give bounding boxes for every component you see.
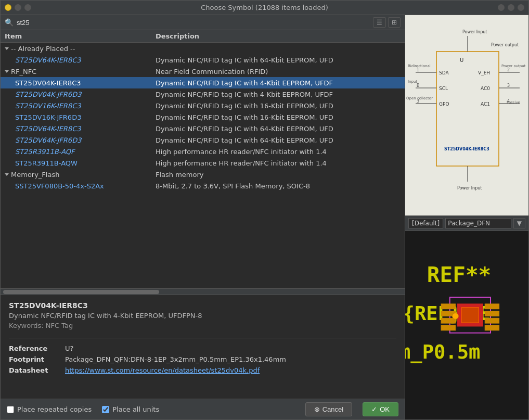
- place-all-units-checkbox[interactable]: [102, 406, 109, 413]
- svg-rect-37: [441, 304, 455, 309]
- table-row-st25dv16k-jfr6d3[interactable]: ST25DV16K-JFR6D3 Dynamic NFC/RFID tag IC…: [1, 111, 405, 123]
- category-memory-flash[interactable]: Memory_Flash Flash memory: [1, 169, 405, 180]
- item-sst25vf080b-desc: 8-Mbit, 2.7 to 3.6V, SPI Flash Memory, S…: [156, 182, 401, 190]
- detail-description: Dynamic NFC/RFID tag IC with 4-Kbit EEPR…: [9, 312, 396, 320]
- symbol-preview: SDA SCL GPO V_EH AC0 AC1 Power Input: [405, 15, 528, 215]
- item-st25dv64k-ier8c3-placed: ST25DV64K-IER8C3: [5, 56, 156, 64]
- expand-rf-nfc-icon: [5, 70, 9, 73]
- svg-text:B: B: [417, 83, 420, 88]
- wc-r3[interactable]: [518, 4, 524, 11]
- expand-memory-icon: [5, 173, 9, 176]
- svg-text:3: 3: [417, 99, 419, 104]
- table-row-st25r3911b-aqw[interactable]: ST25R3911B-AQW High performance HR reade…: [1, 157, 405, 169]
- wc-r1[interactable]: [498, 4, 505, 11]
- header-description: Description: [156, 32, 401, 40]
- svg-text:SDA: SDA: [439, 70, 449, 75]
- table-container[interactable]: -- Already Placed -- ST25DV64K-IER8C3 Dy…: [1, 43, 405, 288]
- expand-icon: [5, 47, 9, 50]
- detail-title: ST25DV04K-IER8C3: [9, 301, 396, 310]
- svg-text:V_EH: V_EH: [478, 70, 490, 75]
- footprint-preview: REF** ${REF} CE m_P0.5m: [405, 231, 528, 419]
- detail-fields: Reference U? Footprint Package_DFN_QFN:D…: [9, 345, 396, 374]
- table-row-st25dv64k-jfr6d3[interactable]: ST25DV64K-JFR6D3 Dynamic NFC/RFID tag IC…: [1, 134, 405, 146]
- category-rf-nfc-label: RF_NFC: [5, 68, 156, 75]
- item-st25dv64k-jfr6d3-desc: Dynamic NFC/RFID tag IC with 64-Kbit EEP…: [156, 136, 401, 144]
- svg-text:1: 1: [417, 68, 419, 72]
- place-repeated-copies-checkbox[interactable]: [7, 406, 14, 413]
- cancel-label: Cancel: [322, 405, 343, 413]
- item-st25r3911b-aqw-desc: High performance HR reader/NFC initiator…: [156, 159, 401, 167]
- scrollbar-thumb[interactable]: [3, 290, 159, 294]
- item-sst25vf080b-name: SST25VF080B-50-4x-S2Ax: [5, 182, 156, 190]
- svg-text:m_P0.5m: m_P0.5m: [405, 340, 480, 363]
- table-row-sst25vf080b[interactable]: SST25VF080B-50-4x-S2Ax 8-Mbit, 2.7 to 3.…: [1, 180, 405, 192]
- table-row-st25dv04k-jfr6d3[interactable]: ST25DV04K-JFR6D3 Dynamic NFC/RFID tag IC…: [1, 88, 405, 100]
- item-st25dv16k-ier8c3-desc: Dynamic NFC/RFID tag IC with 16-Kbit EEP…: [156, 102, 401, 110]
- svg-text:2: 2: [507, 68, 510, 72]
- item-st25dv64k-ier8c3-desc: Dynamic NFC/RFID tag IC with 64-Kbit EEP…: [156, 125, 401, 133]
- ok-button[interactable]: ✓ OK: [363, 402, 398, 416]
- category-rf-nfc[interactable]: RF_NFC Near Field Communication (RFID): [1, 66, 405, 77]
- search-input[interactable]: [17, 19, 370, 27]
- search-options-button[interactable]: ⊞: [388, 17, 401, 28]
- svg-text:3: 3: [507, 83, 510, 88]
- search-bar: 🔍 ☰ ⊞: [1, 15, 405, 30]
- place-repeated-copies-label[interactable]: Place repeated copies: [7, 405, 92, 413]
- wc-r2[interactable]: [508, 4, 514, 11]
- svg-text:4: 4: [507, 99, 510, 104]
- table-row-st25dv64k-ier8c3[interactable]: ST25DV64K-IER8C3 Dynamic NFC/RFID tag IC…: [1, 123, 405, 134]
- category-already-placed[interactable]: -- Already Placed --: [1, 43, 405, 54]
- place-all-units-label[interactable]: Place all units: [102, 405, 159, 413]
- main-window: Choose Symbol (21088 items loaded) 🔍 ☰ ⊞…: [0, 0, 529, 420]
- minimize-button[interactable]: [5, 4, 11, 11]
- ok-label: OK: [380, 405, 390, 413]
- svg-text:GPO: GPO: [439, 101, 449, 107]
- item-st25dv04k-jfr6d3-desc: Dynamic NFC/RFID tag IC with 4-Kbit EEPR…: [156, 91, 401, 98]
- svg-rect-42: [485, 311, 499, 316]
- category-memory-flash-desc: Flash memory: [156, 171, 401, 179]
- item-st25dv64k-jfr6d3-name: ST25DV64K-JFR6D3: [5, 136, 156, 144]
- symbol-svg: SDA SCL GPO V_EH AC0 AC1 Power Input: [405, 15, 528, 215]
- item-st25dv16k-ier8c3-name: ST25DV16K-IER8C3: [5, 102, 156, 110]
- cancel-icon: ⊗: [314, 405, 320, 413]
- maximize-button[interactable]: [24, 4, 31, 11]
- svg-text:U: U: [460, 57, 463, 63]
- footprint-label: Footprint: [9, 355, 61, 363]
- table-header: Item Description: [1, 30, 405, 43]
- svg-rect-41: [485, 304, 499, 309]
- category-memory-flash-label: Memory_Flash: [5, 171, 156, 179]
- search-filter-button[interactable]: ☰: [373, 17, 386, 28]
- svg-rect-45: [461, 308, 479, 323]
- svg-text:ST25DV04K-IER8C3: ST25DV04K-IER8C3: [444, 147, 489, 151]
- svg-text:REF**: REF**: [427, 262, 492, 287]
- right-panel: SDA SCL GPO V_EH AC0 AC1 Power Input: [405, 15, 528, 419]
- svg-text:AC0: AC0: [481, 86, 490, 91]
- svg-rect-39: [441, 318, 455, 323]
- table-row-st25dv16k-ier8c3[interactable]: ST25DV16K-IER8C3 Dynamic NFC/RFID tag IC…: [1, 100, 405, 111]
- footprint-dropdown-arrow[interactable]: ▼: [513, 218, 525, 228]
- svg-text:SCL: SCL: [439, 86, 448, 91]
- close-button[interactable]: [15, 4, 21, 11]
- item-st25dv16k-jfr6d3-name: ST25DV16K-JFR6D3: [5, 113, 156, 121]
- table-row-st25dv04k-ier8c3[interactable]: ST25DV04K-IER8C3 Dynamic NFC/RFID tag IC…: [1, 77, 405, 88]
- category-already-placed-label: -- Already Placed --: [5, 45, 156, 53]
- horizontal-scrollbar[interactable]: [1, 288, 405, 295]
- place-all-units-text: Place all units: [112, 405, 159, 413]
- table-row[interactable]: ST25DV64K-IER8C3 Dynamic NFC/RFID tag IC…: [1, 54, 405, 66]
- svg-text:Power output: Power output: [501, 64, 526, 68]
- bottom-bar: Place repeated copies Place all units ⊗ …: [1, 399, 405, 419]
- datasheet-label: Datasheet: [9, 366, 61, 374]
- item-st25dv64k-ier8c3-name: ST25DV64K-IER8C3: [5, 125, 156, 133]
- svg-text:AC1: AC1: [481, 101, 490, 107]
- detail-separator: [9, 338, 396, 338]
- reference-label: Reference: [9, 345, 61, 352]
- footprint-package-label: Package_DFN: [445, 218, 511, 228]
- footprint-svg: REF** ${REF} CE m_P0.5m: [405, 231, 528, 419]
- place-repeated-copies-text: Place repeated copies: [17, 405, 92, 413]
- title-bar: Choose Symbol (21088 items loaded): [1, 1, 528, 15]
- window-controls-right: [498, 4, 524, 11]
- table-row-st25r3911b-aqf[interactable]: ST25R3911B-AQF High performance HR reade…: [1, 146, 405, 157]
- datasheet-link[interactable]: https://www.st.com/resource/en/datasheet…: [65, 366, 396, 374]
- cancel-button[interactable]: ⊗ Cancel: [305, 402, 352, 416]
- svg-rect-43: [485, 318, 499, 323]
